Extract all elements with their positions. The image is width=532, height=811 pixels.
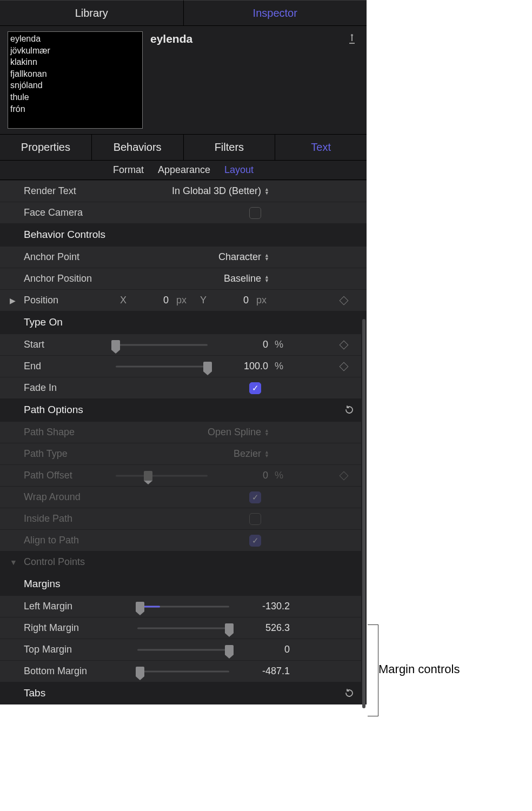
path-shape-value: Open Spline bbox=[208, 427, 261, 438]
minitab-layout[interactable]: Layout bbox=[224, 164, 254, 176]
position-label: Position bbox=[24, 295, 116, 306]
pin-icon[interactable] bbox=[347, 31, 360, 45]
path-type-value: Bezier bbox=[234, 448, 261, 460]
reset-icon[interactable] bbox=[344, 404, 355, 415]
subtab-properties[interactable]: Properties bbox=[0, 135, 91, 160]
disclosure-triangle-icon: ▼ bbox=[10, 558, 17, 567]
left-margin-label: Left Margin bbox=[24, 601, 137, 612]
type-on-end-value[interactable]: 100.0 bbox=[214, 361, 268, 372]
left-margin-row: Left Margin -130.2 bbox=[0, 595, 367, 617]
left-margin-value[interactable]: -130.2 bbox=[236, 601, 290, 612]
position-row: ▶ Position X 0 px Y 0 px bbox=[0, 289, 367, 311]
subtab-text[interactable]: Text bbox=[275, 135, 367, 160]
path-shape-label: Path Shape bbox=[24, 427, 116, 438]
type-on-end-label: End bbox=[24, 361, 116, 372]
anchor-position-popup[interactable]: Baseline ▲▼ bbox=[116, 273, 356, 284]
type-on-start-value[interactable]: 0 bbox=[214, 339, 268, 350]
top-margin-row: Top Margin 0 bbox=[0, 639, 367, 660]
stepper-icon: ▲▼ bbox=[264, 450, 269, 458]
right-margin-value[interactable]: 526.3 bbox=[236, 622, 290, 634]
position-x-value[interactable]: 0 bbox=[131, 295, 169, 306]
inspector-panel: Library Inspector eylendajövkulmærklakin… bbox=[0, 0, 367, 704]
type-on-start-slider[interactable] bbox=[116, 340, 208, 350]
mini-tabs: Format Appearance Layout bbox=[0, 161, 367, 180]
top-margin-slider[interactable] bbox=[137, 645, 229, 655]
align-to-path-label: Align to Path bbox=[24, 535, 116, 546]
bottom-margin-slider[interactable] bbox=[137, 667, 229, 676]
render-text-popup[interactable]: In Global 3D (Better) ▲▼ bbox=[116, 185, 356, 197]
top-margin-value[interactable]: 0 bbox=[236, 644, 290, 655]
text-preview: eylendajövkulmærklakinnfjallkonansnjólan… bbox=[8, 31, 143, 129]
subtab-behaviors[interactable]: Behaviors bbox=[91, 135, 183, 160]
path-offset-value: 0 bbox=[214, 470, 268, 481]
tabs-section-header: Tabs bbox=[0, 682, 367, 704]
stepper-icon: ▲▼ bbox=[264, 275, 269, 283]
subtab-filters[interactable]: Filters bbox=[183, 135, 275, 160]
left-margin-slider[interactable] bbox=[137, 602, 229, 611]
percent-unit: % bbox=[275, 339, 290, 350]
fade-in-checkbox[interactable]: ✓ bbox=[249, 382, 261, 394]
control-points-row: ▼ Control Points bbox=[0, 551, 367, 573]
control-points-label: Control Points bbox=[24, 556, 116, 568]
annotation-label: Margin controls bbox=[378, 662, 460, 676]
anchor-point-popup[interactable]: Character ▲▼ bbox=[116, 251, 356, 263]
anchor-position-label: Anchor Position bbox=[24, 273, 116, 284]
wrap-around-row: Wrap Around ✓ bbox=[0, 486, 367, 508]
anchor-point-value: Character bbox=[218, 251, 261, 263]
bottom-margin-label: Bottom Margin bbox=[24, 666, 137, 677]
reset-icon[interactable] bbox=[344, 688, 355, 699]
render-text-row: Render Text In Global 3D (Better) ▲▼ bbox=[0, 180, 367, 202]
object-title: eylenda bbox=[150, 31, 340, 45]
percent-unit: % bbox=[275, 361, 290, 372]
minitab-appearance[interactable]: Appearance bbox=[158, 164, 210, 176]
anchor-point-row: Anchor Point Character ▲▼ bbox=[0, 246, 367, 268]
bottom-margin-value[interactable]: -487.1 bbox=[236, 666, 290, 677]
right-margin-row: Right Margin 526.3 bbox=[0, 617, 367, 639]
stepper-icon: ▲▼ bbox=[264, 429, 269, 436]
align-to-path-row: Align to Path ✓ bbox=[0, 529, 367, 551]
tab-library[interactable]: Library bbox=[0, 0, 183, 25]
tabs-section-title: Tabs bbox=[24, 687, 45, 699]
face-camera-checkbox[interactable] bbox=[249, 207, 261, 219]
type-on-start-row: Start 0 % bbox=[0, 334, 367, 355]
position-y-value[interactable]: 0 bbox=[211, 295, 249, 306]
sub-tabs: Properties Behaviors Filters Text bbox=[0, 135, 367, 161]
right-margin-label: Right Margin bbox=[24, 622, 137, 634]
top-tabs: Library Inspector bbox=[0, 0, 367, 26]
scrollbar[interactable] bbox=[361, 319, 367, 704]
render-text-label: Render Text bbox=[24, 185, 116, 197]
path-type-popup: Bezier ▲▼ bbox=[116, 448, 356, 460]
inside-path-checkbox bbox=[249, 513, 261, 525]
stepper-icon: ▲▼ bbox=[264, 188, 269, 195]
scrollbar-thumb[interactable] bbox=[362, 319, 365, 708]
behavior-controls-header: Behavior Controls bbox=[0, 223, 367, 246]
position-x-unit: px bbox=[176, 295, 191, 306]
position-y-unit: px bbox=[256, 295, 271, 306]
tab-inspector[interactable]: Inspector bbox=[183, 0, 367, 25]
margins-header: Margins bbox=[0, 573, 367, 595]
right-margin-slider[interactable] bbox=[137, 623, 229, 633]
minitab-format[interactable]: Format bbox=[113, 164, 144, 176]
anchor-position-value: Baseline bbox=[224, 273, 261, 284]
face-camera-row: Face Camera bbox=[0, 202, 367, 223]
stepper-icon: ▲▼ bbox=[264, 254, 269, 261]
top-margin-label: Top Margin bbox=[24, 644, 137, 655]
bottom-margin-row: Bottom Margin -487.1 bbox=[0, 660, 367, 682]
fade-in-label: Fade In bbox=[24, 382, 116, 394]
disclosure-triangle-icon[interactable]: ▶ bbox=[10, 296, 16, 305]
inside-path-row: Inside Path bbox=[0, 508, 367, 529]
position-x-label: X bbox=[116, 295, 127, 306]
type-on-end-slider[interactable] bbox=[116, 362, 208, 371]
align-to-path-checkbox: ✓ bbox=[249, 535, 261, 547]
path-offset-slider bbox=[116, 471, 208, 481]
type-on-end-row: End 100.0 % bbox=[0, 355, 367, 377]
path-shape-row: Path Shape Open Spline ▲▼ bbox=[0, 421, 367, 443]
face-camera-label: Face Camera bbox=[24, 207, 116, 218]
render-text-value: In Global 3D (Better) bbox=[172, 185, 261, 197]
path-offset-row: Path Offset 0 % bbox=[0, 464, 367, 486]
path-options-title: Path Options bbox=[24, 404, 83, 415]
svg-point-0 bbox=[351, 34, 353, 36]
fade-in-row: Fade In ✓ bbox=[0, 377, 367, 398]
anchor-point-label: Anchor Point bbox=[24, 251, 116, 263]
path-type-row: Path Type Bezier ▲▼ bbox=[0, 443, 367, 464]
